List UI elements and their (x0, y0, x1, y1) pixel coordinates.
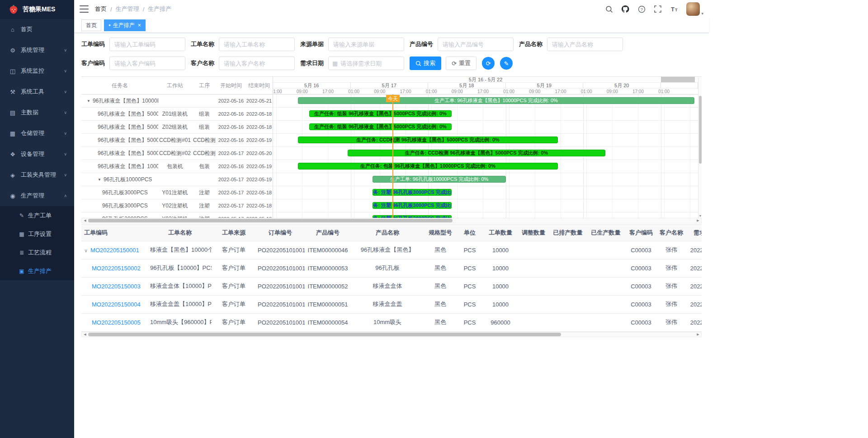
product-name-input[interactable] (547, 38, 623, 51)
sidebar-item-production[interactable]: ◉生产管理∧ (0, 185, 74, 206)
table-row[interactable]: MO20220515000510mm吸头【960000】PCS客户订单PO202… (81, 313, 702, 331)
tree-collapse-icon[interactable]: ▼ (98, 178, 101, 182)
gantt-bar[interactable]: 生产工单: 96孔移液盒【黑色】10000PCS 完成比例: 0% (298, 97, 694, 104)
edit-button[interactable]: ✎ (500, 57, 513, 70)
gantt-bar[interactable]: 生产任务: 组装 96孔移液盒【黑色】5000PCS 完成比例: 0% (309, 110, 452, 117)
gantt-bar[interactable]: 生产任务: CCD检测 96孔移液盒【黑色】5000PCS 完成比例: 0% (298, 137, 558, 143)
gantt-task-row[interactable]: 96孔孔板3000PCSY01注塑机注塑2022-05-172022-05-18 (81, 186, 273, 199)
scrollbar-thumb[interactable] (699, 96, 702, 164)
table-row[interactable]: MO202205150003移液盒盒体【10000】PCS客户订单PO20220… (81, 277, 702, 295)
tags-bar: 首页●生产排产× (74, 18, 709, 33)
gantt-hour-label: 09:00 (374, 89, 385, 94)
sidebar-item-system-mgmt[interactable]: ⚙系统管理∨ (0, 40, 74, 61)
refresh-button[interactable]: ⟳ (482, 57, 495, 70)
gantt-horizontal-scrollbar[interactable]: ◀ ▶ (81, 218, 702, 223)
gantt-vertical-scrollbar[interactable]: ▼ (698, 77, 702, 218)
sidebar-item-master-data[interactable]: ▤主数据∨ (0, 102, 74, 123)
hamburger-icon[interactable] (80, 5, 89, 13)
avatar[interactable] (686, 2, 700, 16)
scrollbar-thumb[interactable] (88, 219, 453, 222)
sidebar-item-process-flow[interactable]: ≣工艺流程 (0, 243, 74, 262)
gantt-day-label: 5月 20 (583, 83, 661, 89)
gantt-task-row[interactable]: 96孔孔板3000PCSY02注塑机注塑2022-05-172022-05-18 (81, 199, 273, 212)
gantt-bar[interactable]: 生产任务: 组装 96孔移液盒【黑色】5000PCS 完成比例: 0% (309, 123, 452, 130)
workstation-cell: CCD检测#02 (158, 150, 192, 157)
font-size-icon[interactable]: TT (668, 3, 680, 15)
breadcrumb-item[interactable]: 生产排产 (148, 5, 171, 13)
demand-date-input[interactable]: ▦ (328, 57, 404, 70)
customer-code-input[interactable] (109, 57, 185, 70)
sidebar-item-scheduling[interactable]: ▣生产排产 (0, 262, 74, 280)
tab-home[interactable]: 首页 (81, 19, 101, 31)
gantt-task-row[interactable]: ▼96孔孔板10000PCS2022-05-172022-05-19 (81, 173, 273, 186)
gantt-task-row[interactable]: 96孔移液盒【黑色】5000PCSCCD检测#02CCD检测2022-05-17… (81, 147, 273, 160)
search-button[interactable]: 搜索 (410, 57, 441, 70)
sidebar-item-label: 首页 (21, 25, 33, 33)
sidebar-item-warehouse[interactable]: ▦仓储管理∨ (0, 123, 74, 144)
table-row[interactable]: ∨MO202205150001移液盒【黑色】10000个客户订单PO202205… (81, 241, 702, 259)
help-icon[interactable]: ? (636, 3, 647, 15)
filter-label: 客户编码 (81, 59, 105, 67)
table-row[interactable]: MO20220515000296孔孔板【10000】PCS客户订单PO20220… (81, 259, 702, 277)
search-button-label: 搜索 (424, 59, 435, 67)
sidebar-item-system-tools[interactable]: ⚒系统工具∨ (0, 81, 74, 102)
tab-close-icon[interactable]: × (138, 22, 141, 28)
user-menu[interactable]: ▾ (686, 2, 703, 16)
order-link[interactable]: MO202205150001 (90, 247, 139, 254)
demand-date-field[interactable] (340, 60, 400, 67)
scroll-down-icon[interactable]: ▼ (698, 214, 702, 217)
row-expand-icon[interactable]: ∨ (84, 248, 88, 253)
search-icon[interactable] (603, 3, 615, 15)
gantt-bar[interactable]: 生产任务: 注塑 96孔孔板3000PCS 完成比例: 0% (373, 202, 452, 209)
sidebar-item-work-order[interactable]: ✎生产工单 (0, 206, 74, 225)
scroll-left-icon[interactable]: ◀ (82, 332, 88, 337)
product-code-input[interactable] (438, 38, 514, 51)
gantt-task-row[interactable]: 96孔移液盒【黑色】5000PCSCCD检测#01CCD检测2022-05-16… (81, 134, 273, 147)
gantt-task-row[interactable]: ▼96孔移液盒【黑色】10000PCS2022-05-162022-05-21 (81, 94, 273, 108)
start-date-cell: 2022-05-16 (217, 98, 245, 104)
breadcrumb-item[interactable]: 首页 (95, 5, 107, 13)
breadcrumb-item[interactable]: 生产管理 (116, 5, 139, 13)
tree-collapse-icon[interactable]: ▼ (87, 99, 90, 103)
gantt-day-partial (661, 83, 698, 89)
scroll-right-icon[interactable]: ▶ (695, 332, 701, 337)
orders-horizontal-scrollbar[interactable]: ◀ ▶ (81, 332, 702, 337)
scroll-left-icon[interactable]: ◀ (82, 218, 88, 223)
github-icon[interactable] (619, 3, 631, 15)
gantt-bar-label: 生产任务: CCD检测 96孔移液盒【黑色】5000PCS 完成比例: 0% (403, 150, 550, 156)
source-doc-input[interactable] (328, 38, 404, 51)
gantt-bar[interactable]: 生产任务: 注塑 96孔孔板3000PCS 完成比例: 0% (373, 215, 452, 218)
table-cell: PCS (457, 277, 483, 295)
order-link[interactable]: MO202205150004 (92, 301, 141, 308)
scrollbar-thumb[interactable] (88, 333, 561, 336)
end-date-cell: 2022-05-18 (245, 111, 273, 117)
sidebar-item-home[interactable]: ⌂首页 (0, 19, 74, 40)
gantt-panel: 任务名工作站工序开始时间结束时间 ▼96孔移液盒【黑色】10000PCS2022… (81, 76, 702, 218)
sidebar-item-fixture[interactable]: ◈工装夹具管理∨ (0, 165, 74, 185)
gantt-task-row[interactable]: 96孔移液盒【黑色】5000PCSZ02组装机组装2022-05-162022-… (81, 121, 273, 134)
order-link[interactable]: MO202205150003 (92, 283, 141, 290)
sidebar-item-system-monitor[interactable]: ◫系统监控∨ (0, 61, 74, 81)
app-logo[interactable]: 苦糖果MES (0, 0, 74, 19)
table-cell: 黑色 (424, 241, 457, 259)
gantt-bar[interactable]: 生产任务: 注塑 96孔孔板3000PCS 完成比例: 0% (373, 189, 452, 196)
reset-button[interactable]: ⟳重置 (446, 57, 476, 70)
svg-text:T: T (675, 8, 678, 12)
fullscreen-icon[interactable] (652, 3, 664, 15)
gantt-bar[interactable]: 生产任务: CCD检测 96孔移液盒【黑色】5000PCS 完成比例: 0% (348, 150, 605, 156)
order-link[interactable]: MO202205150005 (92, 319, 141, 326)
order-link[interactable]: MO202205150002 (92, 265, 141, 272)
customer-name-input[interactable] (219, 57, 295, 70)
table-row[interactable]: MO202205150004移液盒盒盖【10000】PCS客户订单PO20220… (81, 295, 702, 313)
gantt-bar[interactable]: 生产任务: 包装 96孔移液盒【黑色】10000PCS 完成比例: 0% (298, 163, 558, 170)
sidebar-item-label: 系统工具 (21, 88, 44, 96)
sidebar-item-equipment[interactable]: ❖设备管理∨ (0, 144, 74, 165)
gantt-hour-label: 09:00 (529, 89, 540, 94)
scroll-right-icon[interactable]: ▶ (695, 218, 701, 223)
sidebar-item-process-settings[interactable]: ▦工序设置 (0, 225, 74, 243)
work-order-code-input[interactable] (109, 38, 185, 51)
work-order-name-input[interactable] (219, 38, 295, 51)
tab-scheduling[interactable]: ●生产排产× (104, 19, 146, 31)
gantt-task-row[interactable]: 96孔移液盒【黑色】5000PCSZ01组装机组装2022-05-162022-… (81, 108, 273, 121)
gantt-task-row[interactable]: 96孔移液盒【黑色】10000PCS包装机包装2022-05-162022-05… (81, 160, 273, 173)
